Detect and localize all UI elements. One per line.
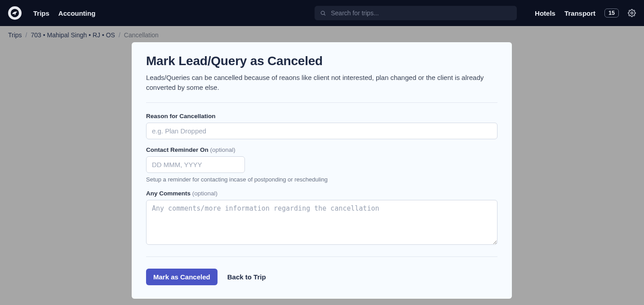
search-input[interactable]	[331, 9, 511, 17]
breadcrumb-current: Cancellation	[124, 31, 159, 39]
reminder-label-text: Contact Reminder On	[146, 146, 209, 153]
mark-canceled-button[interactable]: Mark as Canceled	[146, 269, 218, 285]
settings-button[interactable]	[628, 9, 636, 17]
nav-hotels[interactable]: Hotels	[535, 9, 555, 17]
comments-label-text: Any Comments	[146, 190, 191, 197]
nav-accounting[interactable]: Accounting	[58, 9, 96, 17]
reason-label: Reason for Cancellation	[146, 113, 497, 119]
form-actions: Mark as Canceled Back to Trip	[146, 269, 497, 285]
svg-point-3	[631, 12, 633, 14]
reminder-optional-tag: (optional)	[210, 146, 235, 153]
breadcrumb-root[interactable]: Trips	[8, 31, 22, 39]
breadcrumb-trip[interactable]: 703 • Mahipal Singh • RJ • OS	[31, 31, 115, 39]
reason-field: Reason for Cancellation	[146, 113, 497, 139]
comments-textarea[interactable]	[146, 200, 497, 245]
cancellation-form-card: Mark Lead/Query as Canceled Leads/Querie…	[132, 42, 512, 299]
page-title: Mark Lead/Query as Canceled	[146, 54, 497, 68]
secondary-nav: Hotels Transport 15	[535, 9, 636, 18]
primary-nav: Trips Accounting	[33, 9, 95, 17]
reminder-hint: Setup a reminder for contacting incase o…	[146, 176, 497, 183]
reason-input[interactable]	[146, 123, 497, 139]
breadcrumb-separator: /	[26, 31, 27, 39]
divider	[146, 102, 497, 103]
globe-bird-icon	[10, 9, 19, 18]
comments-field: Any Comments (optional)	[146, 190, 497, 247]
svg-point-1	[321, 11, 324, 14]
notification-count-badge[interactable]: 15	[604, 9, 619, 18]
reminder-date-input[interactable]	[146, 156, 245, 173]
divider	[146, 256, 497, 257]
breadcrumb-separator: /	[119, 31, 120, 39]
global-search[interactable]	[315, 6, 517, 20]
back-to-trip-button[interactable]: Back to Trip	[227, 273, 266, 281]
page-description: Leads/Queries can be cancelled because o…	[146, 73, 497, 93]
gear-icon	[628, 9, 636, 17]
reminder-field: Contact Reminder On (optional) Setup a r…	[146, 146, 497, 183]
reminder-label: Contact Reminder On (optional)	[146, 146, 497, 153]
breadcrumb: Trips / 703 • Mahipal Singh • RJ • OS / …	[0, 26, 644, 42]
app-logo[interactable]	[8, 6, 22, 20]
svg-line-2	[324, 14, 325, 15]
nav-trips[interactable]: Trips	[33, 9, 49, 17]
comments-optional-tag: (optional)	[192, 190, 218, 197]
comments-label: Any Comments (optional)	[146, 190, 497, 197]
search-icon	[320, 10, 326, 17]
top-navbar: Trips Accounting Hotels Transport 15	[0, 0, 644, 26]
nav-transport[interactable]: Transport	[564, 9, 595, 17]
